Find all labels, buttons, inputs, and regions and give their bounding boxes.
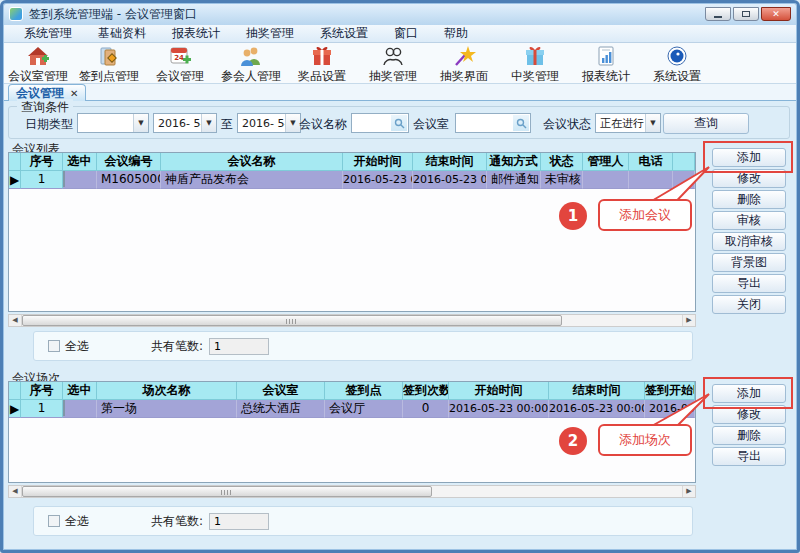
- toolbar-item-meeting-mgmt[interactable]: 24 会议管理: [149, 45, 211, 85]
- session-add-button[interactable]: 添加: [712, 384, 786, 403]
- total-count-field[interactable]: [209, 338, 269, 355]
- column-header[interactable]: 会议编号: [97, 153, 161, 171]
- sessions-table: 序号 选中 场次名称 会议室 签到点 签到次数 开始时间 结束时间 签到开始时间…: [8, 381, 696, 483]
- sessions-hscrollbar[interactable]: ◀ ▶: [8, 485, 696, 498]
- meeting-close-button[interactable]: 关闭: [712, 295, 786, 314]
- sessions-header-row: 序号 选中 场次名称 会议室 签到点 签到次数 开始时间 结束时间 签到开始时间: [9, 382, 695, 400]
- scroll-right-icon[interactable]: ▶: [682, 315, 695, 326]
- total-count-field[interactable]: [209, 513, 269, 530]
- meeting-name-label: 会议名称: [299, 116, 347, 133]
- column-header[interactable]: 结束时间: [549, 382, 645, 400]
- minimize-button[interactable]: [705, 7, 731, 21]
- scroll-left-icon[interactable]: ◀: [9, 486, 22, 497]
- toolbar-item-winner-mgmt[interactable]: 中奖管理: [504, 45, 566, 85]
- toolbar-item-lottery-ui[interactable]: 抽奖界面: [433, 45, 495, 85]
- column-header[interactable]: 签到点: [325, 382, 403, 400]
- toolbar-item-lottery-mgmt[interactable]: 抽奖管理: [362, 45, 424, 85]
- meeting-delete-button[interactable]: 删除: [712, 190, 786, 209]
- scroll-left-icon[interactable]: ◀: [9, 315, 22, 326]
- callout-add-session: 添加场次: [598, 424, 692, 456]
- column-header[interactable]: 场次名称: [97, 382, 237, 400]
- column-header[interactable]: 选中: [63, 153, 97, 171]
- tab-close-icon[interactable]: ✕: [70, 88, 78, 99]
- date-from-picker[interactable]: 2016- 5- 1 ▼: [153, 113, 217, 133]
- winner-gift-icon: [523, 45, 547, 67]
- column-header[interactable]: 会议室: [237, 382, 325, 400]
- room-input[interactable]: [456, 115, 513, 131]
- meeting-background-button[interactable]: 背景图: [712, 253, 786, 272]
- column-header[interactable]: 序号: [21, 153, 63, 171]
- app-icon: [9, 7, 23, 21]
- row-checkbox[interactable]: [63, 400, 65, 416]
- minimize-icon: [714, 16, 722, 18]
- report-icon: [594, 45, 618, 67]
- meeting-audit-button[interactable]: 审核: [712, 211, 786, 230]
- meeting-export-button[interactable]: 导出: [712, 274, 786, 293]
- session-export-button[interactable]: 导出: [712, 447, 786, 466]
- meeting-add-button[interactable]: 添加: [712, 148, 786, 167]
- table-row[interactable]: ▶ 1 第一场 总统大酒店 会议厅 0 2016-05-23 00:00 201…: [9, 400, 695, 418]
- menu-item-window[interactable]: 窗口: [381, 25, 431, 42]
- query-groupbox: 查询条件 日期类型 ▼ 2016- 5- 1 ▼ 至 2016- 5-23 ▼ …: [8, 106, 790, 139]
- scroll-right-icon[interactable]: ▶: [682, 486, 695, 497]
- toolbar-item-system-settings[interactable]: 系统设置: [646, 45, 708, 85]
- scrollbar-thumb[interactable]: [22, 486, 432, 497]
- maximize-button[interactable]: [733, 7, 759, 21]
- column-header[interactable]: 开始时间: [343, 153, 413, 171]
- close-button[interactable]: ✕: [761, 7, 791, 21]
- app-window: 签到系统管理端 - 会议管理窗口 ✕ 系统管理 基础资料 报表统计 抽奖管理 系…: [0, 0, 800, 553]
- column-header[interactable]: 签到次数: [403, 382, 449, 400]
- session-edit-button[interactable]: 修改: [712, 405, 786, 424]
- meetings-header-row: 序号 选中 会议编号 会议名称 开始时间 结束时间 通知方式 状态 管理人 电话: [9, 153, 695, 171]
- meeting-name-input[interactable]: [352, 115, 391, 131]
- column-header[interactable]: 管理人: [583, 153, 629, 171]
- column-header[interactable]: 选中: [63, 382, 97, 400]
- row-indicator-icon: ▶: [9, 171, 21, 189]
- toolbar-item-checkin-point[interactable]: 签到点管理: [78, 45, 140, 85]
- column-header[interactable]: 签到开始时间: [645, 382, 695, 400]
- date-type-select[interactable]: ▼: [77, 113, 149, 133]
- meetings-hscrollbar[interactable]: ◀ ▶: [8, 314, 696, 327]
- select-all-checkbox[interactable]: [48, 515, 60, 527]
- column-header[interactable]: 序号: [21, 382, 63, 400]
- checkin-point-icon: [97, 45, 121, 67]
- tab-strip: 会议管理 ✕: [3, 84, 797, 101]
- menu-item-lottery-mgmt[interactable]: 抽奖管理: [233, 25, 307, 42]
- column-header[interactable]: 开始时间: [449, 382, 549, 400]
- toolbar-item-meeting-room[interactable]: 会议室管理: [7, 45, 69, 85]
- column-header[interactable]: 结束时间: [413, 153, 487, 171]
- menu-item-system-settings[interactable]: 系统设置: [307, 25, 381, 42]
- session-delete-button[interactable]: 删除: [712, 426, 786, 445]
- column-header[interactable]: 电话: [629, 153, 673, 171]
- column-header[interactable]: 会议名称: [161, 153, 343, 171]
- menu-item-basic-data[interactable]: 基础资料: [85, 25, 159, 42]
- toolbar-item-prize-setting[interactable]: 奖品设置: [291, 45, 353, 85]
- chevron-down-icon: ▼: [201, 114, 216, 132]
- total-count-label: 共有笔数:: [151, 338, 203, 355]
- date-to-picker[interactable]: 2016- 5-23 ▼: [237, 113, 301, 133]
- menu-item-help[interactable]: 帮助: [431, 25, 481, 42]
- search-button[interactable]: 查询: [663, 113, 749, 134]
- toolbar-item-report-stats[interactable]: 报表统计: [575, 45, 637, 85]
- row-checkbox[interactable]: [63, 171, 65, 187]
- menu-item-report-stats[interactable]: 报表统计: [159, 25, 233, 42]
- search-icon[interactable]: [391, 115, 407, 131]
- toolbar-label: 抽奖界面: [440, 68, 488, 85]
- select-all-checkbox[interactable]: [48, 340, 60, 352]
- status-select[interactable]: 正在进行 ▼: [595, 113, 661, 133]
- table-row[interactable]: ▶ 1 M16050001 神盾产品发布会 2016-05-23 00:00 2…: [9, 171, 695, 189]
- chevron-down-icon: ▼: [133, 114, 148, 132]
- meeting-edit-button[interactable]: 修改: [712, 169, 786, 188]
- meeting-cancel-audit-button[interactable]: 取消审核: [712, 232, 786, 251]
- status-label: 会议状态: [543, 116, 591, 133]
- scrollbar-thumb[interactable]: [22, 315, 562, 326]
- toolbar-item-attendees[interactable]: 参会人管理: [220, 45, 282, 85]
- search-icon[interactable]: [513, 115, 529, 131]
- toolbar-label: 报表统计: [582, 68, 630, 85]
- column-header[interactable]: 状态: [541, 153, 583, 171]
- column-header[interactable]: 通知方式: [487, 153, 541, 171]
- menu-item-system-mgmt[interactable]: 系统管理: [11, 25, 85, 42]
- toolbar-label: 系统设置: [653, 68, 701, 85]
- sessions-footer-strip: 全选 共有笔数:: [33, 506, 693, 536]
- select-all-label: 全选: [65, 338, 89, 355]
